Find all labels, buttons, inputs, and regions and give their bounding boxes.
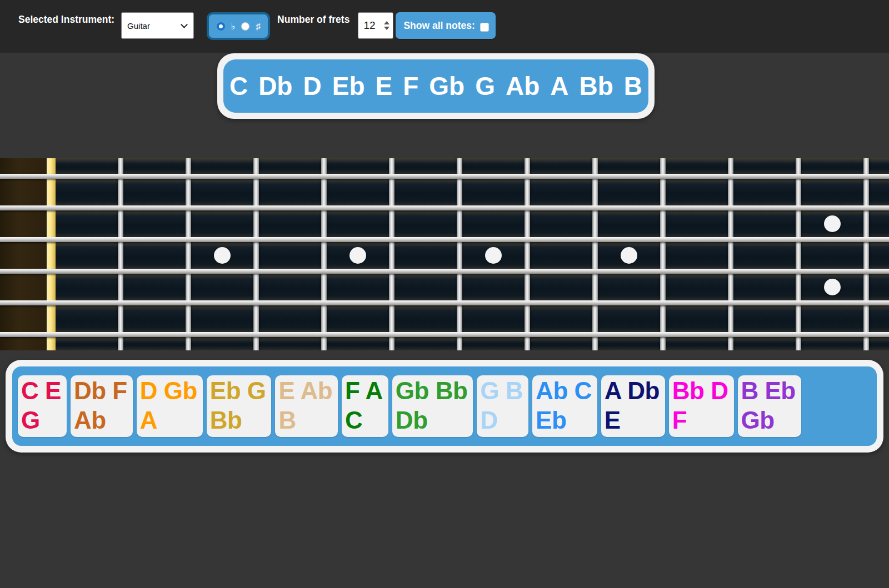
fret-row-2[interactable] — [0, 179, 889, 205]
chord-note-e: E — [45, 377, 61, 404]
fret-row-7[interactable] — [0, 337, 889, 350]
flat-icon: ♭ — [231, 22, 235, 31]
fret-wire-11 — [796, 158, 801, 350]
fret-wire-9 — [660, 158, 666, 350]
chord-note-c: C — [575, 377, 592, 404]
note-selector: CDbDEbEFGbGAbABbB — [217, 53, 655, 119]
chord-note-e: E — [605, 406, 621, 434]
fret-wire-3 — [253, 158, 259, 350]
fret-row-6[interactable] — [0, 305, 889, 332]
inlay-dot-fret-12 — [824, 279, 841, 295]
chord-note-eb: Eb — [765, 377, 796, 404]
fret-row-5[interactable] — [0, 274, 889, 300]
chord-note-db: Db — [627, 377, 660, 404]
chord-note-bb: Bb — [210, 406, 242, 434]
fret-wire-1 — [118, 158, 123, 350]
inlay-dot-fret-3 — [214, 247, 231, 264]
chord-note-d: D — [140, 377, 157, 404]
accidental-toggle: ♭ ♯ — [207, 12, 270, 40]
note-g[interactable]: G — [475, 73, 495, 99]
note-db[interactable]: Db — [258, 73, 292, 99]
string-3 — [0, 237, 889, 242]
show-all-notes-button[interactable]: Show all notes: — [396, 12, 495, 39]
chord-note-f: F — [112, 377, 127, 404]
fret-wire-12 — [863, 158, 869, 350]
fret-row-1[interactable] — [0, 158, 889, 174]
spinner-up-icon[interactable] — [384, 21, 389, 24]
chord-card-a-db-e[interactable]: A DbE — [601, 375, 665, 437]
chord-note-f: F — [672, 406, 687, 434]
string-4 — [0, 269, 889, 274]
fret-wire-4 — [321, 158, 327, 350]
sharp-icon: ♯ — [256, 22, 261, 31]
note-c[interactable]: C — [229, 73, 248, 99]
note-f[interactable]: F — [403, 73, 418, 99]
chord-note-b: B — [506, 377, 523, 404]
instrument-select[interactable]: Guitar — [121, 12, 194, 39]
note-a[interactable]: A — [550, 73, 568, 99]
flat-radio[interactable] — [217, 22, 225, 31]
chord-card-eb-g-bb[interactable]: Eb GBb — [207, 375, 272, 437]
frets-label: Number of frets — [277, 14, 349, 26]
note-b[interactable]: B — [624, 73, 642, 99]
chord-note-db: Db — [396, 406, 428, 434]
chord-note-g: G — [480, 377, 499, 404]
chord-card-b-eb-gb[interactable]: B EbGb — [738, 375, 801, 437]
fret-row-4[interactable] — [0, 242, 889, 269]
chord-note-a: A — [605, 377, 621, 404]
chord-card-g-b-d[interactable]: G BD — [477, 375, 528, 437]
fret-wire-7 — [525, 158, 530, 350]
note-d[interactable]: D — [303, 73, 321, 99]
chord-card-c-e-g[interactable]: C EG — [18, 375, 67, 437]
note-gb[interactable]: Gb — [429, 73, 465, 99]
chord-note-gb: Gb — [164, 377, 197, 404]
chord-note-a: A — [140, 406, 157, 434]
show-all-notes-checkbox[interactable] — [480, 23, 489, 32]
chord-note-gb: Gb — [396, 377, 429, 404]
chord-note-ab: Ab — [300, 377, 332, 404]
chord-card-gb-bb-db[interactable]: Gb BbDb — [392, 375, 473, 437]
chord-card-f-a-c[interactable]: F AC — [342, 375, 388, 437]
chord-note-eb: Eb — [536, 406, 566, 434]
chord-card-bb-d-f[interactable]: Bb DF — [669, 375, 734, 437]
instrument-label: Selected Instrument: — [18, 14, 114, 26]
fret-wire-8 — [592, 158, 598, 350]
fretboard-rows — [0, 158, 889, 350]
note-row: CDbDEbEFGbGAbABbB — [223, 59, 648, 113]
inlay-dot-fret-9 — [621, 247, 637, 264]
fretboard[interactable] — [0, 158, 889, 350]
chord-note-g: G — [21, 406, 40, 434]
chord-list: C EGDb FAbD GbAEb GBbE AbBF ACGb BbDbG B… — [6, 360, 883, 453]
chord-note-c: C — [21, 377, 38, 404]
fret-row-3[interactable] — [0, 210, 889, 237]
chord-note-ab: Ab — [536, 377, 568, 404]
chord-note-gb: Gb — [741, 406, 775, 434]
chord-note-d: D — [480, 406, 497, 434]
frets-spinner[interactable] — [384, 21, 389, 30]
chord-card-d-gb-a[interactable]: D GbA — [137, 375, 203, 437]
note-bb[interactable]: Bb — [580, 73, 613, 99]
chord-note-e: E — [278, 377, 294, 404]
chord-card-ab-c-eb[interactable]: Ab CEb — [532, 375, 597, 437]
chord-card-db-f-ab[interactable]: Db FAb — [71, 375, 133, 437]
instrument-select-value: Guitar — [127, 21, 182, 31]
frets-input-value: 12 — [363, 19, 384, 32]
chord-card-e-ab-b[interactable]: E AbB — [275, 375, 338, 437]
toolbar: Selected Instrument: Guitar ♭ ♯ Number o… — [0, 0, 889, 53]
fret-wire-2 — [186, 158, 191, 350]
string-2 — [0, 205, 889, 210]
frets-input[interactable]: 12 — [358, 12, 393, 39]
chord-note-d: D — [711, 377, 728, 404]
spinner-down-icon[interactable] — [384, 27, 389, 30]
fret-wire-5 — [389, 158, 394, 350]
note-e[interactable]: E — [375, 73, 392, 99]
fret-wire-6 — [457, 158, 462, 350]
chord-note-b: B — [278, 406, 296, 434]
chord-row: C EGDb FAbD GbAEb GBbE AbBF ACGb BbDbG B… — [12, 366, 877, 446]
inlay-dot-fret-12 — [824, 215, 841, 232]
sharp-radio[interactable] — [241, 22, 249, 31]
chord-note-db: Db — [74, 377, 106, 404]
note-ab[interactable]: Ab — [506, 73, 540, 99]
chord-note-f: F — [345, 377, 359, 404]
note-eb[interactable]: Eb — [332, 73, 365, 99]
